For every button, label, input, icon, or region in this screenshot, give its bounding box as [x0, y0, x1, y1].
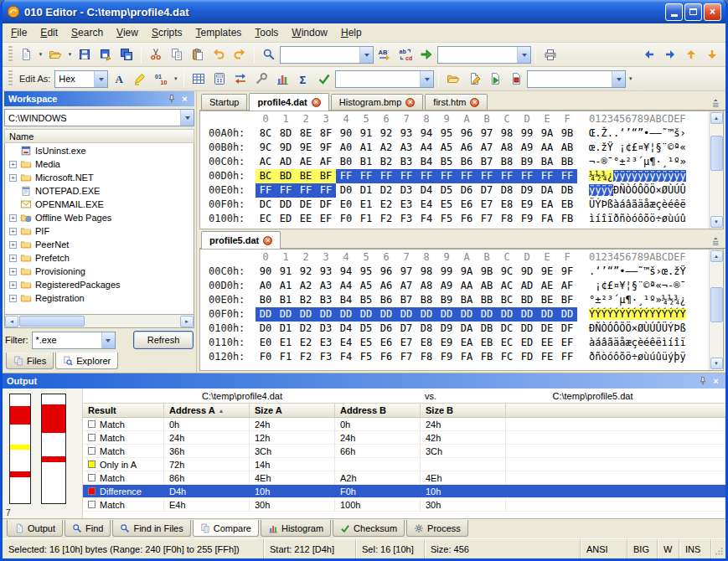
hex-byte[interactable]: FC — [497, 350, 517, 364]
ascii-char[interactable]: Ý — [632, 308, 638, 320]
hex-byte[interactable]: D5 — [436, 183, 457, 198]
hex-byte[interactable]: F3 — [396, 212, 416, 226]
expander-icon[interactable]: + — [9, 174, 17, 182]
ascii-char[interactable]: ’ — [625, 127, 631, 139]
hex-byte[interactable]: DA — [457, 322, 477, 336]
font-button[interactable]: A — [109, 69, 129, 89]
run-template-button[interactable] — [485, 69, 505, 89]
ascii-char[interactable]: ê — [674, 198, 679, 210]
ascii-char[interactable]: ÿ — [632, 170, 638, 182]
hex-byte[interactable]: 90 — [256, 265, 276, 279]
hex-byte[interactable]: 98 — [416, 265, 436, 279]
ascii-char[interactable]: ¨ — [662, 142, 668, 153]
ascii-char[interactable]: Û — [680, 184, 686, 196]
hex-byte[interactable]: EE — [537, 336, 557, 350]
cut-button[interactable] — [146, 44, 166, 64]
output-close-icon[interactable]: × — [710, 376, 721, 387]
close-button[interactable]: × — [704, 3, 721, 21]
hex-byte[interactable]: 8D — [276, 126, 296, 141]
ascii-char[interactable]: ¢ — [601, 280, 607, 291]
ascii-char[interactable]: ¬ — [662, 280, 668, 291]
ascii-char[interactable]: Ú — [649, 322, 655, 334]
hex-byte[interactable]: EB — [557, 198, 577, 212]
ascii-char[interactable]: œ — [662, 265, 668, 277]
hex-byte[interactable]: AA — [457, 279, 477, 293]
hex-byte[interactable]: B3 — [396, 155, 416, 169]
scroll-thumb[interactable] — [710, 136, 723, 171]
hex-byte[interactable]: D7 — [396, 322, 416, 336]
hex-byte[interactable]: 94 — [416, 126, 436, 141]
hex-byte[interactable]: A4 — [336, 279, 356, 293]
ascii-char[interactable]: › — [656, 265, 662, 277]
menu-file[interactable]: File — [4, 24, 34, 41]
tab-startup[interactable]: Startup — [201, 94, 247, 110]
hex-byte[interactable]: E2 — [376, 198, 396, 212]
ascii-char[interactable]: º — [674, 156, 679, 167]
compare-row[interactable]: DifferenceD4h10hF0h10h — [83, 485, 725, 498]
compare-row[interactable]: Match86h4EhA2h4Eh — [83, 471, 725, 485]
highlight-button[interactable] — [130, 69, 150, 89]
ascii-char[interactable]: ç — [632, 337, 638, 348]
hex-byte[interactable]: BE — [537, 293, 557, 307]
hex-byte[interactable]: D8 — [497, 183, 517, 198]
ascii-char[interactable]: ¦ — [625, 280, 631, 291]
tree-item-isuninst-exe[interactable]: IsUninst.exe — [5, 144, 194, 157]
hex-byte[interactable]: DE — [537, 322, 557, 336]
ascii-char[interactable]: ž — [601, 142, 607, 153]
hex-byte[interactable]: EC — [497, 336, 517, 350]
hex-byte[interactable]: 94 — [336, 265, 356, 279]
workspace-tab-explorer[interactable]: Explorer — [55, 353, 118, 369]
hex-byte[interactable]: E7 — [396, 336, 416, 350]
pin-icon[interactable] — [697, 376, 708, 387]
operation-input[interactable] — [335, 70, 434, 88]
goto-input[interactable] — [437, 46, 531, 64]
calculator-button[interactable] — [209, 69, 230, 89]
ascii-char[interactable]: Ü — [662, 322, 668, 334]
hex-byte[interactable]: 9B — [477, 265, 497, 279]
ascii-char[interactable]: Þ — [601, 198, 607, 210]
ascii-char[interactable]: Ò — [625, 184, 631, 196]
tab-close-icon[interactable]: × — [312, 98, 321, 107]
hex-byte[interactable]: D9 — [517, 183, 537, 198]
hex-byte[interactable]: BA — [537, 155, 557, 169]
hex-byte[interactable]: 9A — [537, 126, 557, 141]
tab-close-icon[interactable]: × — [405, 98, 415, 107]
ascii-char[interactable]: × — [656, 184, 662, 196]
tree-item-registration[interactable]: +Registration — [5, 291, 194, 305]
hex-byte[interactable]: B2 — [296, 293, 316, 307]
ascii-char[interactable]: ¼ — [662, 294, 668, 306]
chevron-down-icon[interactable] — [101, 332, 115, 348]
ascii-char[interactable]: ¶ — [625, 294, 631, 306]
ascii-char[interactable]: ó — [607, 351, 613, 363]
hex-byte[interactable]: DD — [436, 307, 457, 322]
ascii-char[interactable]: ì — [662, 337, 668, 348]
ascii-char[interactable]: ç — [656, 198, 662, 210]
scroll-up-icon[interactable]: ▲ — [710, 112, 723, 124]
hex-byte[interactable]: E2 — [296, 336, 316, 350]
hex-byte[interactable]: B1 — [276, 293, 296, 307]
maximize-button[interactable] — [684, 3, 702, 21]
hex-byte[interactable]: F6 — [376, 350, 396, 364]
menu-window[interactable]: Window — [285, 24, 334, 41]
hex-byte[interactable]: B7 — [396, 293, 416, 307]
output-tab-checksum[interactable]: Checksum — [333, 520, 405, 537]
hex-byte[interactable]: AE — [296, 155, 316, 169]
hex-byte[interactable]: D6 — [376, 322, 396, 336]
hex-byte[interactable]: F5 — [436, 212, 457, 226]
ascii-char[interactable]: · — [632, 294, 638, 306]
resize-grip[interactable] — [711, 539, 725, 558]
hex-byte[interactable]: B7 — [477, 155, 497, 169]
hex-byte[interactable]: FF — [336, 169, 356, 183]
hex-byte[interactable]: E0 — [256, 336, 276, 350]
ascii-char[interactable]: ¾ — [601, 170, 607, 182]
undo-button[interactable] — [209, 44, 229, 64]
expander-icon[interactable]: + — [9, 214, 17, 222]
hex-byte[interactable]: FA — [537, 212, 557, 226]
hex-byte[interactable]: FF — [296, 183, 316, 198]
column-header-size-b[interactable]: Size B — [421, 404, 506, 417]
ascii-char[interactable]: š — [674, 127, 679, 139]
hex-byte[interactable]: D3 — [396, 183, 416, 198]
hex-byte[interactable]: EF — [557, 336, 577, 350]
ascii-char[interactable]: æ — [625, 337, 631, 348]
hex-byte[interactable]: E7 — [477, 198, 497, 212]
